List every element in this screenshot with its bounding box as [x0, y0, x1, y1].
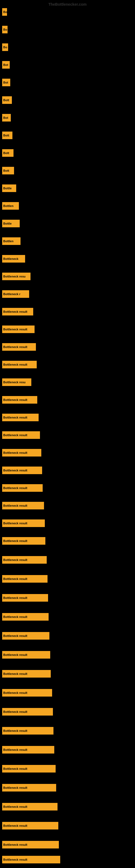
bar-label: Bott	[3, 169, 9, 172]
bar-item: Bott	[2, 167, 14, 175]
bar-label: Bottlen	[3, 240, 13, 243]
bar-label: Bottleneck result	[3, 691, 27, 694]
bar-label: Bottleneck	[3, 257, 18, 260]
bar-item: Bottleneck resu	[2, 378, 31, 386]
bar-item: Bott	[2, 149, 13, 157]
bar-item: Bot	[2, 79, 10, 86]
bar-item: Bottleneck result	[2, 520, 45, 527]
bar-item: Bottleneck result	[2, 594, 48, 601]
bar-label: Bottleneck result	[3, 767, 27, 770]
bar-item: Bottleneck result	[2, 651, 50, 659]
bar-item: Bottleneck result	[2, 856, 60, 863]
bar-label: Bottleneck result	[3, 748, 27, 751]
bar-label: Bottleneck result	[3, 672, 27, 675]
bar-label: Bottleneck resu	[3, 275, 26, 278]
bar-item: Bo	[2, 43, 8, 51]
bar-label: Bottleneck result	[3, 710, 27, 713]
bar-label: Bottleneck result	[3, 416, 27, 419]
bar-item: Bottleneck result	[2, 632, 49, 640]
bar-label: Bott	[3, 134, 9, 137]
bar-item: Bott	[2, 96, 12, 104]
bar-label: Bottleneck result	[3, 504, 27, 507]
bar-item: Bott	[2, 131, 12, 139]
bar-label: Bottleneck result	[3, 433, 27, 437]
bar-label: Bottleneck result	[3, 363, 27, 366]
bar-item: Bottlen	[2, 202, 19, 210]
bar-item: Bottleneck result	[2, 556, 47, 564]
bar-item: Bottleneck result	[2, 784, 56, 792]
bar-item: Bottleneck result	[2, 670, 51, 678]
bar-label: Bott	[3, 151, 9, 155]
bar-item: Bottleneck result	[2, 343, 36, 351]
bar-item: Bottleneck result	[2, 484, 43, 492]
bar-item: Bottleneck result	[2, 308, 33, 315]
bar-item: Bottleneck result	[2, 746, 54, 753]
bar-label: Bottlen	[3, 204, 13, 208]
bar-label: Bottleneck result	[3, 615, 27, 618]
bar-label: Bottleneck result	[3, 858, 27, 861]
bar-label: Bottleneck result	[3, 522, 27, 525]
bar-label: Bottleneck result	[3, 786, 27, 789]
bar-label: Bottleneck result	[3, 469, 27, 472]
bar-label: Bot	[3, 116, 8, 119]
bar-label: Bo	[3, 28, 7, 31]
bar-label: Bottleneck result	[3, 310, 27, 313]
bar-label: Bottleneck result	[3, 558, 27, 561]
bar-label: Bo	[3, 10, 7, 13]
bar-label: Bottle	[3, 222, 12, 225]
bar-item: Bottleneck result	[2, 414, 39, 421]
bar-item: Bottleneck result	[2, 502, 44, 509]
bar-label: Bottle	[3, 187, 12, 190]
bar-item: Bottleneck r	[2, 290, 29, 298]
bar-item: Bottleneck result	[2, 803, 57, 810]
bar-label: Bottleneck result	[3, 328, 27, 331]
bar-item: Bottlen	[2, 237, 20, 245]
bar-item: Bottleneck result	[2, 467, 42, 474]
bar-item: Bottleneck result	[2, 326, 35, 333]
bar-label: Bottleneck result	[3, 398, 27, 401]
bar-item: Bottleneck result	[2, 575, 48, 583]
bar-label: Bottleneck result	[3, 653, 27, 656]
bar-label: Bottleneck result	[3, 729, 27, 733]
bar-label: Bottleneck result	[3, 824, 27, 827]
bar-item: Bottleneck result	[2, 431, 40, 439]
bar-label: Bottleneck result	[3, 596, 27, 599]
bar-label: Bottleneck result	[3, 577, 27, 581]
bar-item: Bottleneck result	[2, 613, 49, 621]
bar-item: Bottle	[2, 220, 20, 227]
bar-label: Bottleneck result	[3, 805, 27, 808]
bar-item: Bottleneck result	[2, 727, 53, 735]
bar-item: Bo	[2, 26, 8, 33]
bar-item: Bottleneck resu	[2, 273, 31, 280]
bar-item: Bottleneck result	[2, 689, 52, 696]
bar-label: Bottleneck result	[3, 345, 27, 348]
bar-item: Bottleneck result	[2, 537, 45, 545]
bar-item: Bottleneck result	[2, 708, 53, 716]
bar-item: Bottleneck result	[2, 361, 37, 368]
bar-item: Bottleneck result	[2, 449, 41, 457]
bar-label: Bot	[3, 63, 8, 66]
bar-item: Bottleneck result	[2, 396, 37, 404]
bar-item: Bot	[2, 61, 10, 69]
bar-label: Bottleneck resu	[3, 380, 26, 384]
bar-item: Bottle	[2, 184, 16, 192]
bar-label: Bottleneck result	[3, 843, 27, 846]
bar-item: Bottleneck result	[2, 765, 56, 773]
bar-label: Bottleneck r	[3, 292, 20, 296]
bar-label: Bott	[3, 98, 9, 102]
bar-item: Bot	[2, 114, 11, 122]
site-title: TheBottlenecker.com	[48, 2, 87, 6]
bar-label: Bottleneck result	[3, 539, 27, 542]
bar-item: Bottleneck	[2, 255, 25, 262]
bar-item: Bottleneck result	[2, 841, 59, 848]
bar-label: Bottleneck result	[3, 451, 27, 454]
bar-label: Bo	[3, 45, 7, 49]
bar-item: Bottleneck result	[2, 822, 58, 830]
bar-label: Bot	[3, 81, 8, 84]
bar-label: Bottleneck result	[3, 486, 27, 490]
bar-item: Bo	[2, 8, 7, 16]
bar-label: Bottleneck result	[3, 634, 27, 638]
